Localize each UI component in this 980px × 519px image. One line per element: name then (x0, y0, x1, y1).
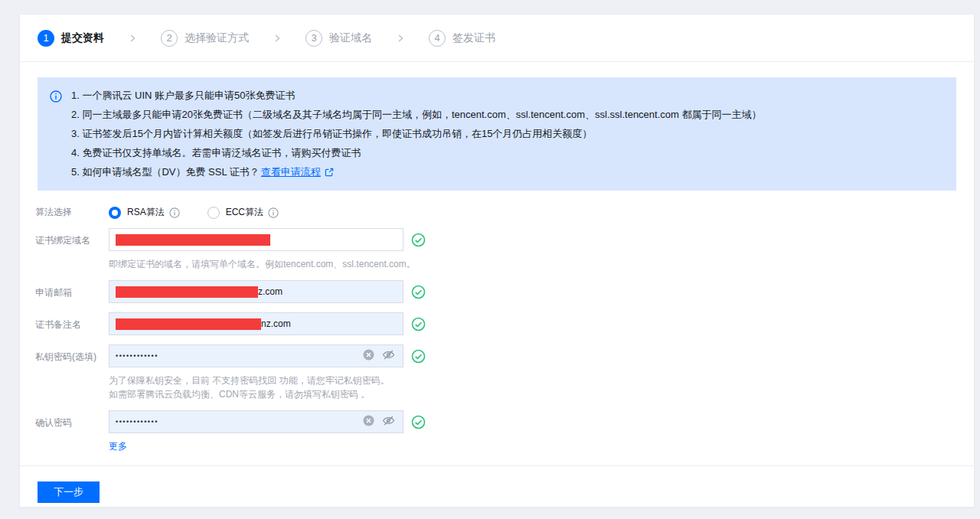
step-3-label: 验证域名 (329, 31, 372, 45)
page-background: 1 提交资料 2 选择验证方式 3 验证域名 4 签发证书 (0, 0, 980, 519)
toggle-password-visibility-icon[interactable] (382, 415, 395, 429)
key-password-input[interactable]: •••••••••••• (109, 344, 403, 367)
step-choose-validation: 2 选择验证方式 (161, 30, 249, 47)
rsa-radio-label: RSA算法 (127, 206, 165, 219)
notice-line-5-text: 5. 如何申请域名型（DV）免费 SSL 证书？ (71, 162, 260, 181)
info-icon (50, 90, 62, 181)
algorithm-options: RSA算法 ECC算法 (109, 204, 306, 219)
step-3-circle: 3 (305, 30, 322, 47)
clear-input-icon[interactable] (363, 415, 374, 429)
email-input[interactable]: z.com (109, 280, 403, 303)
rsa-option[interactable]: RSA算法 (109, 206, 180, 219)
email-visible-suffix: z.com (258, 286, 283, 297)
more-options-link[interactable]: 更多 (109, 440, 127, 453)
key-password-help-line1: 为了保障私钥安全，目前 不支持密码找回 功能，请您牢记私钥密码。 (109, 374, 426, 387)
valid-check-icon (411, 317, 426, 331)
step-2-circle: 2 (161, 30, 178, 47)
ecc-radio-label: ECC算法 (226, 206, 263, 219)
valid-check-icon (411, 233, 426, 247)
notice-text-block: 1. 一个腾讯云 UIN 账户最多只能申请50张免费证书 2. 同一主域最多只能… (71, 86, 761, 181)
domain-row: 证书绑定域名 即绑定证书的域名，请填写单个域名。例如tencent.com、ss… (35, 228, 974, 271)
confirm-password-row: 确认密码 •••••••••••• (35, 410, 974, 453)
external-link-icon[interactable] (325, 168, 334, 177)
step-submit-info: 1 提交资料 (38, 30, 104, 47)
notice-line-3: 3. 证书签发后15个月内皆计算相关额度（如签发后进行吊销证书操作，即使证书成功… (71, 124, 761, 143)
key-password-help: 为了保障私钥安全，目前 不支持密码找回 功能，请您牢记私钥密码。 如需部署腾讯云… (109, 374, 426, 401)
ecc-tooltip-icon[interactable] (268, 207, 279, 218)
notice-banner: 1. 一个腾讯云 UIN 账户最多只能申请50张免费证书 2. 同一主域最多只能… (38, 77, 956, 191)
certificate-form: 算法选择 RSA算法 ECC算法 (20, 191, 974, 453)
email-row: 申请邮箱 z.com (35, 280, 974, 303)
notice-line-5: 5. 如何申请域名型（DV）免费 SSL 证书？ 查看申请流程 (71, 162, 761, 181)
step-validate-domain: 3 验证域名 (305, 30, 372, 47)
redaction-block (116, 234, 270, 246)
step-1-circle: 1 (38, 30, 54, 47)
key-password-help-line2: 如需部署腾讯云负载均衡、CDN等云服务，请勿填写私钥密码 。 (109, 387, 426, 401)
ecc-radio-unselected[interactable] (207, 207, 220, 219)
step-issue-certificate: 4 签发证书 (429, 30, 495, 47)
masked-password-value: •••••••••••• (116, 418, 158, 426)
redaction-block (116, 286, 258, 298)
masked-password-value: •••••••••••• (116, 352, 158, 360)
progress-stepper: 1 提交资料 2 选择验证方式 3 验证域名 4 签发证书 (20, 15, 974, 62)
certificate-apply-card: 1 提交资料 2 选择验证方式 3 验证域名 4 签发证书 (19, 14, 975, 508)
valid-check-icon (411, 349, 426, 364)
ecc-option[interactable]: ECC算法 (207, 206, 279, 219)
step-1-label: 提交资料 (61, 31, 104, 45)
clear-input-icon[interactable] (363, 349, 374, 363)
notice-line-2: 2. 同一主域最多只能申请20张免费证书（二级域名及其子域名均属于同一主域，例如… (71, 105, 761, 124)
algorithm-label: 算法选择 (35, 204, 109, 219)
valid-check-icon (411, 285, 426, 299)
key-password-label: 私钥密码(选填) (35, 344, 109, 401)
step-4-circle: 4 (429, 30, 446, 47)
notice-line-4: 4. 免费证书仅支持单域名。若需申请泛域名证书，请购买付费证书 (71, 143, 761, 162)
rsa-radio-selected[interactable] (109, 207, 121, 219)
domain-input[interactable] (109, 228, 403, 251)
remark-row: 证书备注名 nz.com (35, 312, 974, 335)
email-label: 申请邮箱 (35, 280, 109, 303)
step-2-label: 选择验证方式 (185, 31, 249, 45)
confirm-password-label: 确认密码 (35, 410, 109, 453)
confirm-password-input[interactable]: •••••••••••• (109, 410, 403, 433)
notice-line-1: 1. 一个腾讯云 UIN 账户最多只能申请50张免费证书 (71, 86, 761, 105)
domain-help-text: 即绑定证书的域名，请填写单个域名。例如tencent.com、ssl.tence… (109, 257, 426, 271)
next-step-button[interactable]: 下一步 (38, 481, 100, 503)
algorithm-row: 算法选择 RSA算法 ECC算法 (35, 204, 974, 219)
chevron-right-icon (395, 33, 406, 44)
rsa-tooltip-icon[interactable] (169, 207, 180, 218)
valid-check-icon (411, 415, 426, 429)
key-password-row: 私钥密码(选填) •••••••••••• (35, 344, 974, 401)
remark-label: 证书备注名 (35, 312, 109, 335)
chevron-right-icon (127, 33, 138, 44)
view-apply-flow-link[interactable]: 查看申请流程 (261, 162, 321, 181)
chevron-right-icon (272, 33, 283, 44)
remark-input[interactable]: nz.com (109, 312, 403, 335)
domain-label: 证书绑定域名 (35, 228, 109, 271)
form-footer: 下一步 (20, 466, 974, 518)
toggle-password-visibility-icon[interactable] (382, 349, 395, 363)
remark-visible-suffix: nz.com (261, 318, 291, 329)
redaction-block (116, 318, 261, 330)
step-4-label: 签发证书 (452, 31, 495, 45)
